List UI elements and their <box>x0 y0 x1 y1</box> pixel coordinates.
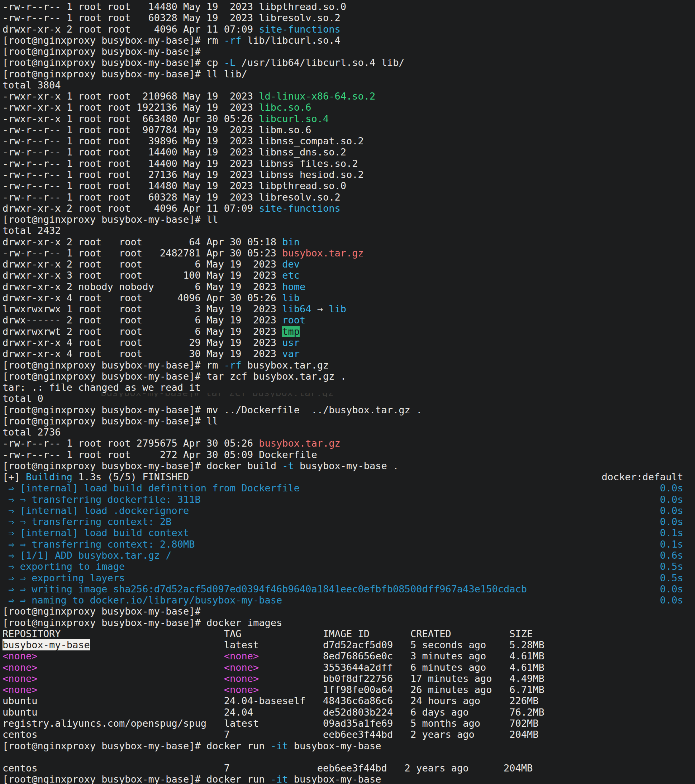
terminal-line: [root@nginxproxy busybox-my-base]# docke… <box>3 460 695 471</box>
text-segment: total 2432 <box>3 225 61 236</box>
terminal-line: [root@nginxproxy busybox-my-base]# <box>3 606 695 617</box>
text-segment: drwxr-xr-x 2 root root 4096 Apr 11 07:09 <box>3 24 259 35</box>
text-segment: busybox-my-base <box>288 740 381 751</box>
text-segment: busybox.tar.gz <box>259 438 340 449</box>
text-segment: -rw-r--r-- 1 root root 907784 May 19 202… <box>3 124 312 135</box>
terminal-line: -rwxr-xr-x 1 root root 210968 May 19 202… <box>3 91 695 102</box>
text-segment: 5 seconds ago <box>410 639 486 651</box>
text-segment: [root@nginxproxy busybox-my-base]# <box>3 46 201 57</box>
text-segment: 26 minutes ago <box>410 684 492 695</box>
text-segment: centos <box>3 729 38 740</box>
text-segment: drwxr-xr-x 2 root root 64 Apr 30 05:18 <box>3 236 282 247</box>
text-segment: 3553644a2dff <box>323 662 393 673</box>
terminal-line: ⇒ ⇒ writing image sha256:d7d52acf5d097ed… <box>3 583 695 595</box>
text-segment: [root@nginxproxy busybox-my-base]# ll <box>3 214 218 225</box>
terminal-line: -rw-r--r-- 1 root root 14480 May 19 2023… <box>3 180 695 191</box>
text-segment: <none> <box>224 662 259 673</box>
text-segment <box>393 639 410 651</box>
text-segment <box>469 707 510 718</box>
text-segment: 226MB <box>509 695 538 706</box>
terminal-line: [root@nginxproxy busybox-my-base]# tar z… <box>3 371 695 382</box>
text-segment <box>206 718 224 729</box>
terminal-line: drwxr-xr-x 2 root root 4096 Apr 11 07:09… <box>3 203 695 214</box>
text-segment: -rw-r--r-- 1 root root 27136 May 19 2023… <box>3 169 364 180</box>
terminal-line: [root@nginxproxy busybox-my-base]# rm -r… <box>3 359 695 371</box>
terminal-line: -rw-r--r-- 1 root root 60328 May 19 2023… <box>3 12 695 23</box>
text-segment <box>230 729 323 740</box>
text-segment <box>38 707 224 718</box>
text-segment: <none> <box>3 684 38 695</box>
text-segment: ⇒ ⇒ naming to docker.io/library/busybox-… <box>3 595 282 606</box>
terminal-line: total 3804 <box>3 79 695 91</box>
text-segment: site-functions <box>259 203 340 214</box>
text-segment: [root@nginxproxy busybox-my-base]# ll <box>3 415 218 427</box>
text-segment <box>393 673 410 684</box>
text-segment <box>393 695 410 706</box>
text-segment: drwxr-xr-x 2 root root 4096 Apr 11 07:09 <box>3 203 259 214</box>
terminal-line: ⇒ ⇒ exporting layers0.5s <box>3 572 695 583</box>
text-segment: ⇒ [internal] load .dockerignore <box>3 505 189 516</box>
terminal-line: drwxr-xr-x 2 root root 4096 Apr 11 07:09… <box>3 24 695 35</box>
text-segment: latest <box>224 639 259 651</box>
terminal-screen[interactable]: -rw-r--r-- 1 root root 14480 May 19 2023… <box>0 0 695 784</box>
text-segment: eeb6ee3f44bd <box>323 729 393 740</box>
text-segment <box>393 718 410 729</box>
terminal-line: ⇒ [1/1] ADD busybox.tar.gz /0.6s <box>3 550 695 561</box>
docker-images-header: REPOSITORY TAG IMAGE ID CREATED SIZE <box>3 628 695 639</box>
text-segment: -rw-r--r-- 1 root root 14400 May 19 2023… <box>3 158 358 169</box>
text-segment: libcurl.so.4 <box>259 113 329 124</box>
text-segment: 6 minutes ago <box>410 662 486 673</box>
text-segment: de52d803b224 <box>323 707 393 718</box>
tmp-dir-highlight: tmp <box>282 326 300 337</box>
text-segment: lib64 <box>282 303 311 315</box>
text-segment: ⇒ ⇒ transferring context: 2B <box>3 516 171 527</box>
docker-images-row: ubuntu 24.04 de52d803b224 6 days ago 76.… <box>3 707 695 718</box>
text-segment: [root@nginxproxy busybox-my-base]# ll li… <box>3 68 247 79</box>
text-segment <box>393 662 410 673</box>
text-segment <box>259 673 323 684</box>
text-segment: drwxr-xr-x 4 root root 29 May 19 2023 <box>3 337 282 348</box>
text-segment <box>492 673 510 684</box>
terminal-line: [root@nginxproxy busybox-my-base]# cp -L… <box>3 57 695 68</box>
terminal-line: drwxr-xr-x 2 nobody nobody 6 May 19 2023… <box>3 281 695 292</box>
text-segment <box>38 673 224 684</box>
text-segment: lib/libcurl.so.4 <box>242 35 340 46</box>
terminal-line <box>3 751 695 763</box>
text-segment: -rw-r--r-- 1 root root 14480 May 19 2023… <box>3 1 346 12</box>
text-segment: 17 minutes ago <box>410 673 492 684</box>
text-segment: 24.04 <box>224 707 253 718</box>
text-segment <box>486 639 509 651</box>
terminal-line: [root@nginxproxy busybox-my-base]# mv ..… <box>3 404 695 415</box>
terminal-line: [root@nginxproxy busybox-my-base]# docke… <box>3 740 695 751</box>
text-segment: <none> <box>224 673 259 684</box>
text-segment: 4.61MB <box>509 651 545 662</box>
text-segment: root <box>282 315 305 326</box>
terminal-line: drwxr-xr-x 4 root root 29 May 19 2023 us… <box>3 337 695 348</box>
text-segment: REPOSITORY TAG IMAGE ID CREATED SIZE <box>3 628 533 639</box>
right-aligned-text: 0.0s <box>660 505 683 516</box>
text-segment: Building <box>26 471 73 483</box>
right-aligned-text: 0.0s <box>660 483 683 494</box>
text-segment: -it <box>271 774 288 784</box>
terminal-line: ⇒ ⇒ transferring context: 2.80MB0.1s <box>3 539 695 550</box>
text-segment: -rf <box>224 35 242 46</box>
terminal-line: [root@nginxproxy busybox-my-base]# ll li… <box>3 68 695 79</box>
text-segment: -t <box>282 460 294 471</box>
text-segment: drwxr-xr-x 2 nobody nobody 6 May 19 2023 <box>3 281 282 292</box>
terminal-line: lrwxrwxrwx 1 root root 3 May 19 2023 lib… <box>3 303 695 315</box>
text-segment: 1.3s (5/5) FINISHED <box>73 471 189 483</box>
text-segment: lib <box>329 303 346 315</box>
text-segment: [root@nginxproxy busybox-my-base]# tar z… <box>3 371 346 382</box>
right-aligned-text: 0.1s <box>660 527 683 538</box>
text-segment: busybox-my-base <box>288 774 381 784</box>
terminal-line: drwxr-xr-x 2 root root 64 Apr 30 05:18 b… <box>3 236 695 247</box>
terminal-line: [root@nginxproxy busybox-my-base]# docke… <box>3 617 695 628</box>
text-segment <box>259 639 323 651</box>
text-segment: [root@nginxproxy busybox-my-base]# mv ..… <box>3 404 422 415</box>
text-segment: ⇒ [1/1] ADD busybox.tar.gz / <box>3 550 171 561</box>
text-segment: → <box>312 303 329 315</box>
text-segment <box>90 639 224 651</box>
right-aligned-text: 0.0s <box>660 583 683 595</box>
text-segment <box>480 718 509 729</box>
text-segment: total 0 <box>3 393 43 404</box>
